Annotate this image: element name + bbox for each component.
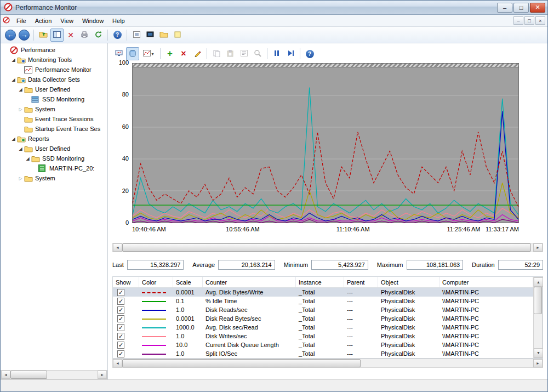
scroll-right-button[interactable]: ► xyxy=(533,243,543,252)
tree-item-monitoring-tools[interactable]: ◢Monitoring Tools xyxy=(1,55,107,65)
column-header-computer[interactable]: Computer xyxy=(439,277,533,287)
show-checkbox[interactable]: ✓ xyxy=(117,306,124,314)
menu-view[interactable]: View xyxy=(56,16,78,26)
child-close-button[interactable]: × xyxy=(535,16,545,25)
menu-window[interactable]: Window xyxy=(78,16,108,26)
tree-item-event-trace-sessions[interactable]: Event Trace Sessions xyxy=(1,114,107,124)
show-console-tree-button[interactable] xyxy=(50,29,64,42)
column-header-counter[interactable]: Counter xyxy=(203,277,296,287)
tree-item-user-defined[interactable]: ◢User Defined xyxy=(1,144,107,154)
update-data-button[interactable] xyxy=(284,47,297,60)
tree-expander-icon[interactable]: ▷ xyxy=(17,176,24,181)
menu-action[interactable]: Action xyxy=(31,16,56,26)
menu-help[interactable]: Help xyxy=(108,16,129,26)
scrollbar-thumb[interactable] xyxy=(122,359,361,367)
tree-expander-icon[interactable]: ◢ xyxy=(10,137,17,141)
counter-row-avg-disk-sec-read[interactable]: ✓1000.0Avg. Disk sec/Read_Total---Physic… xyxy=(113,323,533,332)
scroll-left-button[interactable]: ◄ xyxy=(113,243,122,252)
graph-hscrollbar[interactable]: ◄ ► xyxy=(112,243,543,252)
child-minimize-button[interactable]: – xyxy=(513,16,523,25)
tree-item-performance[interactable]: Performance xyxy=(1,45,107,55)
zoom-button[interactable] xyxy=(251,47,264,60)
show-checkbox[interactable]: ✓ xyxy=(117,298,124,305)
show-checkbox[interactable]: ✓ xyxy=(117,324,124,331)
scroll-up-button[interactable]: ▲ xyxy=(534,277,543,287)
tree-item-user-defined[interactable]: ◢User Defined xyxy=(1,84,107,94)
column-header-scale[interactable]: Scale xyxy=(173,277,203,287)
tree-item-ssd-monitoring[interactable]: ◢SSD Monitoring xyxy=(1,154,107,163)
tree-expander-icon[interactable]: ◢ xyxy=(24,156,31,161)
show-checkbox[interactable]: ✓ xyxy=(117,350,124,357)
scrollbar-thumb[interactable] xyxy=(122,243,531,252)
performance-graph[interactable] xyxy=(132,63,519,223)
show-checkbox[interactable]: ✓ xyxy=(117,342,124,349)
scrollbar-thumb[interactable] xyxy=(534,287,542,314)
tree-item-martin-pc-20[interactable]: MARTIN-PC_20: xyxy=(1,163,107,173)
back-button[interactable]: ← xyxy=(4,29,17,42)
scroll-left-button[interactable]: ◄ xyxy=(113,359,122,367)
print-button[interactable] xyxy=(78,29,91,42)
remove-snapin-button[interactable]: ✕ xyxy=(64,29,77,42)
tree-item-system[interactable]: ▷System xyxy=(1,104,107,114)
counter-row-idle-time[interactable]: ✓0.1% Idle Time_Total---PhysicalDisk\\MA… xyxy=(113,297,533,305)
counter-row-disk-reads-sec[interactable]: ✓1.0Disk Reads/sec_Total---PhysicalDisk\… xyxy=(113,305,533,314)
scroll-right-button[interactable]: ► xyxy=(533,359,543,367)
counter-row-disk-read-bytes-sec[interactable]: ✓0.0001Disk Read Bytes/sec_Total---Physi… xyxy=(113,314,533,323)
refresh-button[interactable] xyxy=(92,29,105,42)
forward-button[interactable]: → xyxy=(18,29,31,42)
column-header-object[interactable]: Object xyxy=(378,277,439,287)
close-button[interactable]: ✕ xyxy=(530,3,545,13)
scroll-right-button[interactable]: ► xyxy=(98,371,107,379)
tree-expander-icon[interactable]: ◢ xyxy=(17,87,24,92)
export-list-button[interactable] xyxy=(130,29,143,42)
scroll-left-button[interactable]: ◄ xyxy=(1,371,10,379)
fullscreen-button[interactable] xyxy=(144,29,157,42)
tree-item-reports[interactable]: ◢Reports xyxy=(1,134,107,144)
column-header-instance[interactable]: Instance xyxy=(296,277,344,287)
new-taskpad-button[interactable] xyxy=(171,29,184,42)
tree-expander-icon[interactable]: ▷ xyxy=(17,107,24,112)
add-counter-button[interactable]: + xyxy=(163,47,176,60)
properties-button[interactable] xyxy=(237,47,250,60)
chart-type-dropdown[interactable]: ▾ xyxy=(140,47,157,60)
counter-row-disk-writes-sec[interactable]: ✓1.0Disk Writes/sec_Total---PhysicalDisk… xyxy=(113,332,533,340)
view-current-activity-button[interactable] xyxy=(112,47,125,60)
counter-row-split-io-sec[interactable]: ✓1.0Split IO/Sec_Total---PhysicalDisk\\M… xyxy=(113,349,533,358)
column-header-color[interactable]: Color xyxy=(139,277,173,287)
column-header-parent[interactable]: Parent xyxy=(344,277,378,287)
help-button[interactable]: ? xyxy=(303,47,316,60)
up-level-button[interactable] xyxy=(37,29,50,42)
table-hscrollbar[interactable]: ◄ ► xyxy=(112,359,543,368)
tree-hscrollbar[interactable]: ◄ ► xyxy=(1,370,107,379)
help-toolbar-button[interactable]: ? xyxy=(111,29,124,42)
titlebar[interactable]: Performance Monitor – □ ✕ xyxy=(1,1,547,15)
show-checkbox[interactable]: ✓ xyxy=(117,289,124,296)
counter-row-avg-disk-bytes-write[interactable]: ✓0.0001Avg. Disk Bytes/Write_Total---Phy… xyxy=(113,288,533,297)
tree-expander-icon[interactable]: ◢ xyxy=(10,58,17,63)
copy-properties-button[interactable] xyxy=(210,47,223,60)
show-checkbox[interactable]: ✓ xyxy=(117,333,124,340)
paste-counter-list-button[interactable] xyxy=(224,47,237,60)
counter-row-current-disk-queue-length[interactable]: ✓10.0Current Disk Queue Length_Total---P… xyxy=(113,340,533,349)
highlight-button[interactable] xyxy=(191,47,204,60)
minimize-button[interactable]: – xyxy=(497,3,512,13)
tree-item-startup-event-trace-ses[interactable]: Startup Event Trace Ses xyxy=(1,124,107,134)
favorites-button[interactable] xyxy=(157,29,170,42)
tree-item-system[interactable]: ▷System xyxy=(1,173,107,183)
scroll-down-button[interactable]: ▼ xyxy=(534,348,543,357)
tree-item-ssd-monitoring[interactable]: SSD Monitoring xyxy=(1,94,107,104)
child-restore-button[interactable]: □ xyxy=(524,16,534,25)
tree-item-data-collector-sets[interactable]: ◢Data Collector Sets xyxy=(1,75,107,84)
column-header-show[interactable]: Show xyxy=(113,277,139,287)
show-checkbox[interactable]: ✓ xyxy=(117,315,124,322)
view-log-data-button[interactable] xyxy=(126,47,139,60)
maximize-button[interactable]: □ xyxy=(513,3,529,13)
delete-counter-button[interactable]: × xyxy=(177,47,190,60)
menu-file[interactable]: File xyxy=(12,16,31,26)
tree-expander-icon[interactable]: ◢ xyxy=(17,146,24,151)
freeze-display-button[interactable] xyxy=(270,47,283,60)
tree-item-performance-monitor[interactable]: Performance Monitor xyxy=(1,65,107,75)
scrollbar-thumb[interactable] xyxy=(10,371,47,379)
table-vscrollbar[interactable]: ▲ ▼ xyxy=(533,277,543,358)
tree-expander-icon[interactable]: ◢ xyxy=(10,77,17,82)
